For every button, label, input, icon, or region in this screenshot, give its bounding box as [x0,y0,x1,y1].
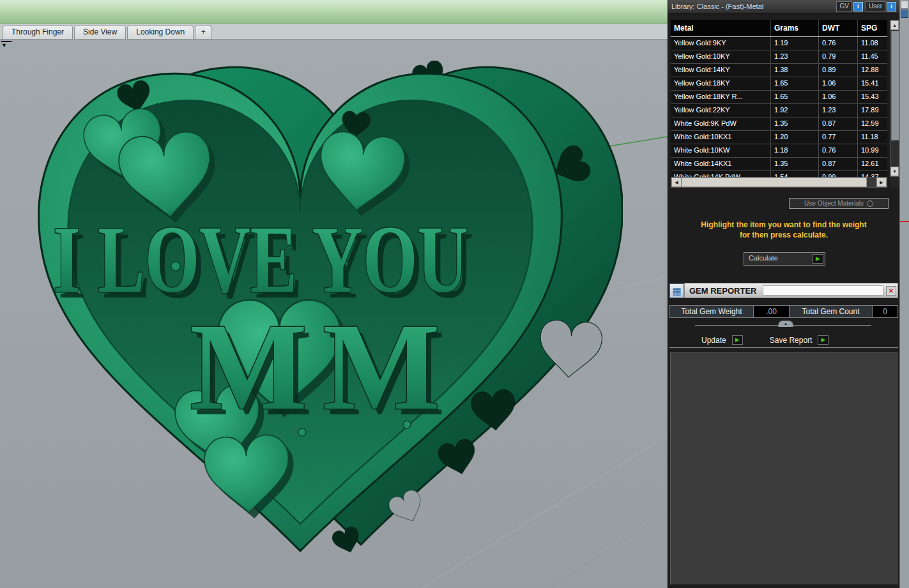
metal-table-body: Yellow Gold:9KY 1.19 0.76 11.08 Yellow G… [671,37,887,185]
cell-dwt: 1.06 [819,77,858,90]
gem-reporter-titlebar: ▦ GEM REPORTER ✕ [669,282,898,299]
total-gem-count-value: 0 [873,305,898,318]
cell-metal: White Gold:14KX1 [671,158,771,170]
user-button[interactable]: User [866,1,885,12]
cell-spg: 17.89 [858,104,887,117]
heart-pendant-model: I LOVE YOU I LOVE YOU M M M M [16,61,623,584]
total-gem-count-label: Total Gem Count [790,305,873,318]
panel-grip-icon[interactable] [901,1,908,9]
cell-grams: 1.92 [771,104,819,117]
update-label: Update [701,336,726,345]
gem-totals-row: Total Gem Weight .00 Total Gem Count 0 [669,305,898,318]
viewport-menu-icon[interactable]: ▼ [1,41,11,51]
gv-info-icon[interactable]: i [853,2,863,11]
hint-text: Highlight the item you want to find the … [668,220,899,240]
gem-reporter-title: GEM REPORTER [689,286,756,296]
cell-dwt: 0.89 [819,64,858,77]
cell-grams: 1.38 [771,64,819,77]
cell-spg: 11.08 [858,37,887,50]
hint-line1: Highlight the item you want to find the … [668,220,899,230]
table-horizontal-scrollbar[interactable]: ◀ ▶ [671,177,887,188]
cell-dwt: 0.76 [819,144,858,157]
table-row[interactable]: Yellow Gold:22KY 1.92 1.23 17.89 [671,104,887,117]
table-row[interactable]: White Gold:14KX1 1.35 0.87 12.61 [671,158,887,171]
play-icon[interactable]: ▶ [818,335,829,345]
close-icon[interactable]: ✕ [886,286,896,296]
play-icon[interactable]: ▶ [813,254,823,264]
column-metal: Metal [671,20,771,36]
cell-dwt: 1.23 [819,104,858,117]
cell-dwt: 0.87 [819,158,858,170]
table-vertical-scrollbar[interactable]: ▲ ▼ [890,20,899,177]
3d-viewport[interactable]: ▼ [0,40,668,588]
column-spg: SPG [858,20,887,36]
scroll-left-icon[interactable]: ◀ [671,177,682,187]
cell-grams: 1.35 [771,158,819,170]
play-icon[interactable]: ▶ [732,335,743,345]
cell-metal: Yellow Gold:10KY [671,50,771,63]
scrollbar-corner [890,177,899,188]
column-dwt: DWT [819,20,858,36]
library-title: Library: Classic - (Fast)-Metal [671,3,834,10]
tab-through-finger[interactable]: Through Finger [3,25,73,39]
add-tab-button[interactable]: + [195,25,211,39]
panel-grip-icon[interactable] [901,10,908,18]
scroll-up-icon[interactable]: ▲ [890,20,899,30]
cell-grams: 1.65 [771,77,819,90]
table-row[interactable]: White Gold:10KX1 1.20 0.77 11.18 [671,131,887,144]
cell-grams: 1.65 [771,91,819,103]
table-row[interactable]: Yellow Gold:14KY 1.38 0.89 12.88 [671,64,887,77]
cell-spg: 10.99 [858,144,887,157]
cell-spg: 12.88 [858,64,887,77]
cell-grams: 1.18 [771,144,819,157]
total-gem-weight-value: .00 [754,305,790,318]
hint-line2: for then press calculate. [668,230,899,240]
use-object-materials-button[interactable]: Use Object Materials [789,198,889,209]
cell-dwt: 0.76 [819,37,858,50]
top-toolbar-strip [0,0,668,24]
x-axis-line [900,221,909,222]
model-m-right: M [323,298,440,435]
side-viewport-sliver [899,0,909,588]
cell-spg: 12.61 [858,158,887,170]
cell-dwt: 0.79 [819,50,858,63]
metal-table-header: Metal Grams DWT SPG [671,20,887,37]
vertical-scroll-thumb[interactable] [891,31,899,140]
gv-button[interactable]: GV [836,1,852,12]
gem-reporter-icon: ▦ [669,283,684,298]
viewport-tab-bar: Through Finger Side View Looking Down + [0,24,668,40]
cell-metal: White Gold:9K PdW [671,117,771,130]
table-row[interactable]: Yellow Gold:18KY R... 1.65 1.06 15.43 [671,91,887,104]
metal-table: Metal Grams DWT SPG Yellow Gold:9KY 1.19… [671,20,887,185]
tab-looking-down[interactable]: Looking Down [127,25,194,39]
scroll-right-icon[interactable]: ▶ [876,177,887,187]
table-row[interactable]: Yellow Gold:9KY 1.19 0.76 11.08 [671,37,887,50]
model-m-left: M [190,298,307,435]
cell-metal: White Gold:10KX1 [671,131,771,144]
save-report-button[interactable]: Save Report ▶ [770,335,829,345]
cell-grams: 1.35 [771,117,819,130]
metal-weight-panel: Library: Classic - (Fast)-Metal GV i Use… [668,0,899,588]
cell-metal: Yellow Gold:22KY [671,104,771,117]
cell-spg: 11.18 [858,131,887,144]
horizontal-scroll-thumb[interactable] [682,177,867,187]
calculate-button[interactable]: Calculate ▶ [744,252,825,266]
update-button[interactable]: Update ▶ [701,335,743,345]
cell-metal: Yellow Gold:14KY [671,64,771,77]
table-row[interactable]: White Gold:9K PdW 1.35 0.87 12.59 [671,117,887,131]
cell-metal: Yellow Gold:18KY [671,77,771,90]
table-row[interactable]: Yellow Gold:18KY 1.65 1.06 15.41 [671,77,887,91]
cell-spg: 15.41 [858,77,887,90]
table-row[interactable]: White Gold:10KW 1.18 0.76 10.99 [671,144,887,158]
gem-actions-row: Update ▶ Save Report ▶ [669,333,898,348]
model-text-line1: I LOVE YOU [53,206,468,312]
table-row[interactable]: Yellow Gold:10KY 1.23 0.79 11.45 [671,50,887,64]
user-info-icon[interactable]: i [887,2,896,11]
cell-metal: Yellow Gold:9KY [671,37,771,50]
gem-report-list[interactable] [670,352,898,585]
collapse-icon[interactable]: ▲ [778,320,793,327]
tab-side-view[interactable]: Side View [74,25,126,39]
cell-spg: 11.45 [858,50,887,63]
scroll-down-icon[interactable]: ▼ [890,167,899,176]
cell-metal: Yellow Gold:18KY R... [671,91,771,103]
